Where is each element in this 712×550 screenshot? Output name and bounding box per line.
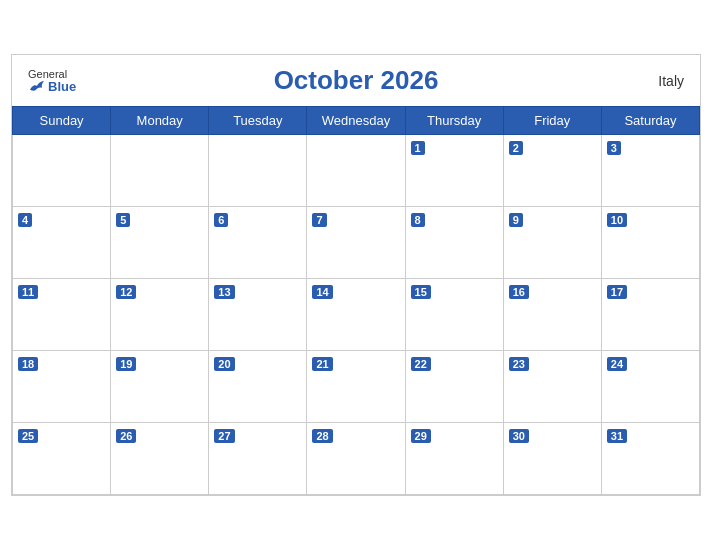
- calendar-cell: 22: [405, 351, 503, 423]
- calendar-cell: 9: [503, 207, 601, 279]
- day-number: 6: [214, 213, 228, 227]
- calendar-cell: 25: [13, 423, 111, 495]
- calendar-cell: 16: [503, 279, 601, 351]
- calendar-cell: 4: [13, 207, 111, 279]
- calendar-cell: 13: [209, 279, 307, 351]
- header-wednesday: Wednesday: [307, 107, 405, 135]
- calendar-cell: 19: [111, 351, 209, 423]
- week-row-4: 18192021222324: [13, 351, 700, 423]
- day-number: 10: [607, 213, 627, 227]
- logo: General Blue: [28, 67, 76, 93]
- calendar-cell: 10: [601, 207, 699, 279]
- calendar-container: General Blue October 2026 Italy Sunday M…: [11, 54, 701, 496]
- calendar-cell: 28: [307, 423, 405, 495]
- calendar-cell: 8: [405, 207, 503, 279]
- day-number: 31: [607, 429, 627, 443]
- week-row-2: 45678910: [13, 207, 700, 279]
- day-number: 28: [312, 429, 332, 443]
- day-number: 23: [509, 357, 529, 371]
- calendar-cell: 2: [503, 135, 601, 207]
- calendar-cell: 12: [111, 279, 209, 351]
- calendar-cell: 3: [601, 135, 699, 207]
- day-number: 20: [214, 357, 234, 371]
- day-number: 12: [116, 285, 136, 299]
- calendar-cell: 30: [503, 423, 601, 495]
- calendar-cell: [209, 135, 307, 207]
- header-thursday: Thursday: [405, 107, 503, 135]
- calendar-cell: [307, 135, 405, 207]
- day-number: 14: [312, 285, 332, 299]
- day-number: 19: [116, 357, 136, 371]
- country-label: Italy: [658, 73, 684, 89]
- calendar-cell: 6: [209, 207, 307, 279]
- day-number: 8: [411, 213, 425, 227]
- header-monday: Monday: [111, 107, 209, 135]
- calendar-cell: 15: [405, 279, 503, 351]
- day-number: 13: [214, 285, 234, 299]
- calendar-cell: 7: [307, 207, 405, 279]
- day-number: 15: [411, 285, 431, 299]
- header-friday: Friday: [503, 107, 601, 135]
- week-row-5: 25262728293031: [13, 423, 700, 495]
- logo-bird-icon: [28, 80, 46, 94]
- day-number: 9: [509, 213, 523, 227]
- calendar-cell: 27: [209, 423, 307, 495]
- day-number: 29: [411, 429, 431, 443]
- weekday-header-row: Sunday Monday Tuesday Wednesday Thursday…: [13, 107, 700, 135]
- calendar-cell: [13, 135, 111, 207]
- calendar-cell: 1: [405, 135, 503, 207]
- calendar-cell: 23: [503, 351, 601, 423]
- day-number: 16: [509, 285, 529, 299]
- day-number: 2: [509, 141, 523, 155]
- week-row-3: 11121314151617: [13, 279, 700, 351]
- day-number: 18: [18, 357, 38, 371]
- day-number: 5: [116, 213, 130, 227]
- header-sunday: Sunday: [13, 107, 111, 135]
- calendar-cell: 24: [601, 351, 699, 423]
- calendar-cell: 11: [13, 279, 111, 351]
- calendar-cell: 20: [209, 351, 307, 423]
- day-number: 21: [312, 357, 332, 371]
- day-number: 25: [18, 429, 38, 443]
- header-saturday: Saturday: [601, 107, 699, 135]
- calendar-cell: 5: [111, 207, 209, 279]
- day-number: 1: [411, 141, 425, 155]
- calendar-grid: Sunday Monday Tuesday Wednesday Thursday…: [12, 106, 700, 495]
- calendar-cell: 17: [601, 279, 699, 351]
- day-number: 11: [18, 285, 38, 299]
- day-number: 22: [411, 357, 431, 371]
- calendar-cell: 18: [13, 351, 111, 423]
- calendar-cell: 31: [601, 423, 699, 495]
- calendar-cell: 26: [111, 423, 209, 495]
- calendar-cell: 21: [307, 351, 405, 423]
- day-number: 26: [116, 429, 136, 443]
- day-number: 4: [18, 213, 32, 227]
- day-number: 17: [607, 285, 627, 299]
- week-row-1: 123: [13, 135, 700, 207]
- day-number: 24: [607, 357, 627, 371]
- calendar-title: October 2026: [274, 65, 439, 96]
- day-number: 27: [214, 429, 234, 443]
- calendar-cell: [111, 135, 209, 207]
- day-number: 7: [312, 213, 326, 227]
- calendar-cell: 14: [307, 279, 405, 351]
- day-number: 3: [607, 141, 621, 155]
- day-number: 30: [509, 429, 529, 443]
- logo-blue-text: Blue: [28, 79, 76, 93]
- calendar-cell: 29: [405, 423, 503, 495]
- header-tuesday: Tuesday: [209, 107, 307, 135]
- calendar-header: General Blue October 2026 Italy: [12, 55, 700, 106]
